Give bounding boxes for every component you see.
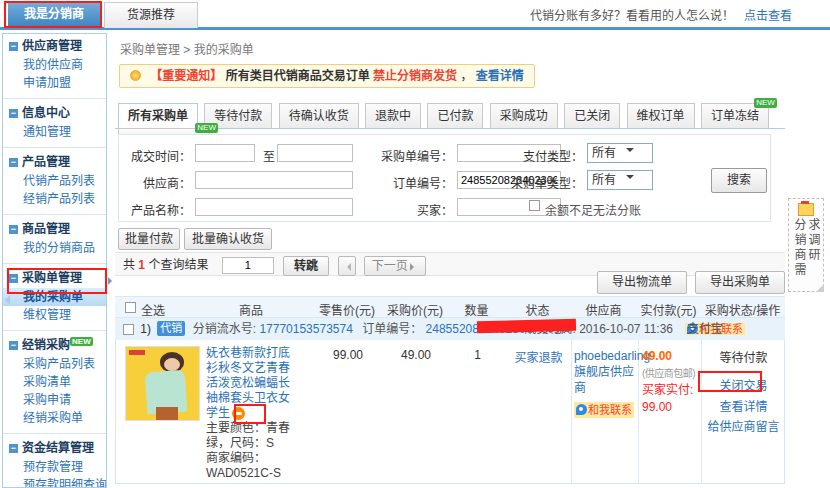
serial-number[interactable]: 17770153573574 xyxy=(259,322,352,336)
pay-type-label: 支付类型： xyxy=(511,147,583,164)
sidebar-item-consign-product-list[interactable]: 代销产品列表 xyxy=(3,172,106,190)
sidebar-item-my-suppliers[interactable]: 我的供应商 xyxy=(3,56,106,74)
sidebar-section-product-mgmt[interactable]: −产品管理 xyxy=(3,152,106,172)
close-trade-link[interactable]: 关闭交易 xyxy=(703,376,784,393)
export-logistics-button[interactable]: 导出物流单 xyxy=(597,271,687,294)
sidebar-item-deposit-mgmt[interactable]: 预存款管理 xyxy=(3,458,106,476)
view-detail-link[interactable]: 查看详情 xyxy=(703,397,784,414)
search-button[interactable]: 搜索 xyxy=(711,168,767,193)
sidebar-item-purchase-apply[interactable]: 采购申请 xyxy=(3,391,106,409)
chevron-down-icon xyxy=(626,175,634,183)
breadcrumb-parent: 采购单管理 xyxy=(120,43,180,57)
message-supplier-link[interactable]: 给供应商留言 xyxy=(703,417,784,434)
buyer-paid: 买家实付:99.00 xyxy=(642,382,699,416)
product-thumbnail[interactable] xyxy=(125,346,200,421)
collapse-icon: − xyxy=(9,444,18,453)
survey-text: 分销商需求调研 xyxy=(792,218,820,292)
paid-amount: 49.00 xyxy=(642,348,699,365)
sidebar-section-supplier-mgmt[interactable]: −供应商管理 xyxy=(3,36,106,56)
sidebar-item-rights-mgmt[interactable]: 维权管理 xyxy=(3,306,106,324)
sidebar-item-apply-join[interactable]: 申请加盟 xyxy=(3,74,106,92)
supplier-label: 供应商： xyxy=(119,174,191,191)
serial-label: 分销流水号: xyxy=(193,322,256,336)
sidebar-item-my-purchase-orders[interactable]: 我的采购单 xyxy=(3,288,106,306)
sidebar-item-purchase-list[interactable]: 采购清单 xyxy=(3,373,106,391)
prev-page-button[interactable] xyxy=(338,256,356,276)
sidebar-item-dealer-po[interactable]: 经销采购单 xyxy=(3,409,106,427)
notice-emphasis: 禁止分销商发货 xyxy=(373,69,457,83)
order-tabs: 所有采购单 等待付款 待确认收货 退款中 已付款 采购成功 已关闭 维权订单 订… xyxy=(115,103,785,129)
deal-time-from-input[interactable] xyxy=(195,144,255,162)
sidebar-item-purchase-product-list[interactable]: 采购产品列表 xyxy=(3,355,106,373)
product-name-label: 产品名称： xyxy=(119,201,191,218)
result-total-suffix: 个查询结果 xyxy=(148,258,208,272)
product-name-input[interactable] xyxy=(195,198,353,216)
po-type-select[interactable]: 所有 xyxy=(587,170,653,190)
promo-link[interactable]: 点击查看 xyxy=(744,6,792,23)
product-title-link[interactable]: 妩衣巷新款打底衫秋冬文艺青春活泼宽松蝙蝠长袖棉套头卫衣女学生 xyxy=(206,346,290,420)
supplier-input[interactable] xyxy=(195,171,353,189)
deal-time-label: 成交时间： xyxy=(119,147,191,164)
batch-pay-button[interactable]: 批量付款 xyxy=(118,228,180,250)
tab-frozen-orders[interactable]: 订单冻结NEW xyxy=(701,103,769,128)
supplier-type-link[interactable]: 旗舰店供应商 xyxy=(574,364,640,396)
top-tab-distributor[interactable]: 我是分销商 xyxy=(8,2,100,27)
page-number-input[interactable] xyxy=(222,257,274,274)
balance-checkbox[interactable] xyxy=(529,200,540,211)
tab-rights-orders[interactable]: 维权订单 xyxy=(627,103,695,128)
sidebar-section-po-mgmt[interactable]: −采购单管理 xyxy=(3,268,106,288)
sidebar-section-info-center[interactable]: −信息中心 xyxy=(3,103,106,123)
tab-awaiting-receipt[interactable]: 待确认收货 xyxy=(279,103,359,128)
column-divider xyxy=(701,340,702,483)
sidebar-item-dealer-product-list[interactable]: 经销产品列表 xyxy=(3,190,106,208)
notice-detail-link[interactable]: 查看详情 xyxy=(476,69,524,83)
sidebar-item-my-distribution-goods[interactable]: 我的分销商品 xyxy=(3,239,106,257)
operations-cell: 等待付款 关闭交易 查看详情 给供应商留言 xyxy=(703,340,784,484)
export-purchase-button[interactable]: 导出采购单 xyxy=(695,271,785,294)
po-number-label: 采购单编号： xyxy=(369,147,453,164)
notice-body: 所有类目代销商品交易订单 xyxy=(226,69,370,83)
product-info-cell: 妩衣巷新款打底衫秋冬文艺青春活泼宽松蝙蝠长袖棉套头卫衣女学生 主要颜色：青春绿，… xyxy=(206,346,300,481)
order-item-row: 妩衣巷新款打底衫秋冬文艺青春活泼宽松蝙蝠长袖棉套头卫衣女学生 主要颜色：青春绿，… xyxy=(115,340,785,484)
tab-refunding[interactable]: 退款中 xyxy=(365,103,421,128)
sidebar-item-notice-mgmt[interactable]: 通知管理 xyxy=(3,123,106,141)
consign-badge: 代销 xyxy=(157,321,185,336)
promo-text: 代销分账有多好？看看用的人怎么说！ xyxy=(530,6,734,23)
collapse-icon: − xyxy=(9,109,18,118)
tab-closed[interactable]: 已关闭 xyxy=(564,103,620,128)
supplier-name-link[interactable]: phoebedarling xyxy=(574,349,650,363)
brand-logo xyxy=(129,350,145,355)
filter-panel: 成交时间： 至 采购单编号： 支付类型： 所有 供应商： 订单编号： 采购单类型… xyxy=(118,134,771,222)
collapse-icon: − xyxy=(9,225,18,234)
tab-all-orders[interactable]: 所有采购单 xyxy=(118,103,198,129)
result-total-prefix: 共 xyxy=(123,258,135,272)
payment-method: 支付宝 xyxy=(687,318,723,340)
deal-time-to-input[interactable] xyxy=(277,144,353,162)
top-tab-supply[interactable]: 货源推荐 xyxy=(104,2,198,28)
sidebar: −供应商管理 我的供应商 申请加盟 −信息中心 通知管理 −产品管理 代销产品列… xyxy=(2,33,107,488)
tab-paid[interactable]: 已付款 xyxy=(427,103,483,128)
sidebar-section-dealer-purchase[interactable]: −经销采购NEW xyxy=(3,335,106,355)
batch-confirm-receipt-button[interactable]: 批量确认收货 xyxy=(184,228,272,250)
tab-purchase-success[interactable]: 采购成功 xyxy=(490,103,558,128)
order-number-label: 订单编号： xyxy=(369,174,453,191)
col-retail-price: 零售价(元) xyxy=(312,301,382,318)
select-all-checkbox[interactable] xyxy=(125,302,136,313)
product-attrs: 主要颜色：青春绿，尺码：S xyxy=(206,421,300,451)
sidebar-collapse-icon[interactable] xyxy=(0,295,10,305)
distributor-survey-note[interactable]: 分销商需求调研 xyxy=(788,198,824,292)
sku-value: WAD0521C-S xyxy=(206,466,300,481)
sidebar-section-goods-mgmt[interactable]: −商品管理 xyxy=(3,219,106,239)
supplier-contact-link[interactable]: 和我联系 xyxy=(574,402,634,418)
model-figure xyxy=(156,407,178,421)
col-paid: 实付款(元) xyxy=(637,301,700,318)
notice-comma: ， xyxy=(460,69,472,83)
sidebar-section-fund-settlement[interactable]: −资金结算管理 xyxy=(3,438,106,458)
jump-button[interactable]: 转跳 xyxy=(283,256,329,276)
pay-type-select[interactable]: 所有 xyxy=(587,143,653,163)
next-page-button[interactable]: 下一页 xyxy=(364,256,426,276)
order-checkbox[interactable] xyxy=(123,324,134,335)
result-count: 1 xyxy=(138,258,145,272)
sidebar-item-deposit-detail[interactable]: 预存款明细查询 xyxy=(3,476,106,488)
status-refund-link[interactable]: 买家退款 xyxy=(506,348,571,365)
